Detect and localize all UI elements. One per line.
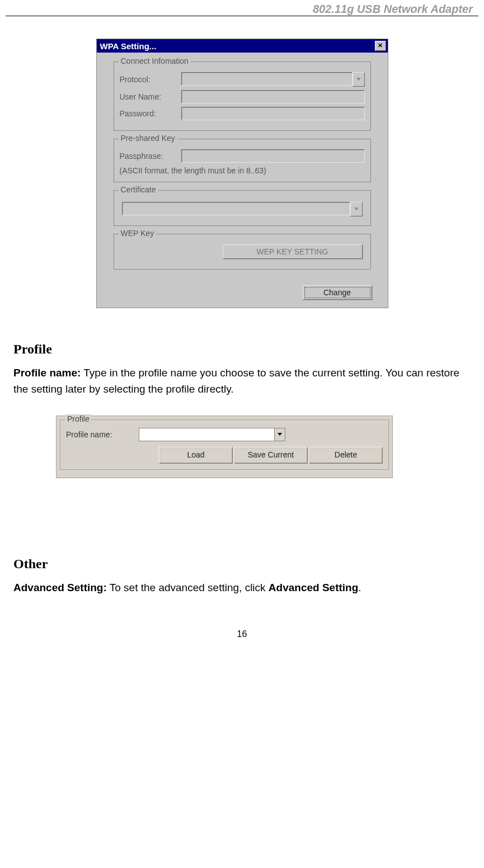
other-heading: Other — [13, 556, 471, 572]
group-legend: Certificate — [119, 185, 158, 194]
username-label: User Name: — [120, 92, 181, 101]
chevron-down-icon[interactable] — [353, 72, 365, 87]
group-legend: Profile — [65, 414, 92, 423]
profile-name-input[interactable] — [139, 428, 274, 441]
other-text1: To set the advanced setting, click — [107, 582, 269, 593]
delete-button[interactable]: Delete — [309, 447, 383, 464]
advanced-setting-link-text: Advanced Setting — [269, 582, 358, 593]
chevron-down-icon[interactable] — [350, 202, 363, 216]
protocol-select[interactable] — [181, 72, 353, 86]
dialog-title: WPA Setting... — [100, 41, 157, 51]
profile-paragraph: Profile name: Type in the profile name y… — [13, 365, 473, 398]
svg-marker-0 — [356, 78, 361, 81]
svg-marker-2 — [278, 433, 282, 436]
password-label: Password: — [120, 109, 181, 118]
load-button[interactable]: Load — [159, 447, 233, 464]
certificate-select[interactable] — [122, 202, 350, 215]
connect-information-group: Connect Infomation Protocol: User Name: … — [114, 62, 371, 131]
certificate-group: Certificate — [114, 190, 371, 226]
passphrase-input[interactable] — [181, 149, 365, 163]
group-legend: WEP Key — [119, 229, 157, 238]
other-paragraph: Advanced Setting: To set the advanced se… — [13, 579, 473, 596]
protocol-label: Protocol: — [120, 75, 181, 84]
change-button[interactable]: Change — [303, 285, 372, 300]
page-header: 802.11g USB Network Adapter — [6, 0, 478, 16]
save-current-button[interactable]: Save Current — [234, 447, 308, 464]
password-input[interactable] — [181, 107, 365, 120]
dialog-titlebar: WPA Setting... ✕ — [97, 39, 388, 53]
profile-name-combo[interactable] — [139, 428, 285, 441]
profile-text: Type in the profile name you choose to s… — [13, 367, 459, 395]
group-legend: Connect Infomation — [119, 56, 191, 65]
chevron-down-icon[interactable] — [274, 428, 285, 441]
profile-name-bold: Profile name: — [13, 367, 81, 379]
passphrase-hint: (ASCII format, the length must be in 8..… — [120, 166, 365, 175]
wep-key-group: WEP Key WEP KEY SETTING — [114, 234, 371, 270]
svg-marker-1 — [354, 207, 359, 210]
profile-dialog: Profile Profile name: Load Save Current … — [56, 416, 393, 478]
preshared-key-group: Pre-shared Key Passphrase: (ASCII format… — [114, 139, 371, 182]
wpa-setting-dialog: WPA Setting... ✕ Connect Infomation Prot… — [96, 39, 388, 308]
wep-key-setting-button[interactable]: WEP KEY SETTING — [223, 244, 363, 259]
group-legend: Pre-shared Key — [119, 134, 177, 143]
close-icon[interactable]: ✕ — [375, 41, 386, 51]
profile-group: Profile Profile name: Load Save Current … — [60, 419, 389, 470]
profile-heading: Profile — [13, 342, 471, 357]
page-number: 16 — [0, 629, 484, 650]
profile-name-label: Profile name: — [66, 430, 139, 439]
advanced-setting-bold: Advanced Setting: — [13, 582, 107, 593]
passphrase-label: Passphrase: — [120, 152, 181, 161]
dialog-body: Connect Infomation Protocol: User Name: … — [97, 53, 388, 283]
other-text2: . — [358, 582, 361, 593]
username-input[interactable] — [181, 90, 365, 103]
